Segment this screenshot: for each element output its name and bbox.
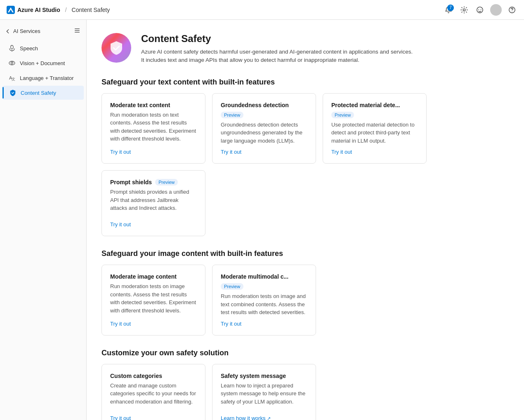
svg-rect-0	[7, 6, 15, 14]
card-description: Learn how to inject a prepared system me…	[221, 382, 307, 411]
groundedness-detection-card: Groundedness detection Preview Groundedn…	[212, 93, 316, 164]
try-it-out-link[interactable]: Try it out	[221, 321, 307, 327]
card-header: Safety system message	[221, 373, 307, 379]
preview-badge: Preview	[221, 283, 243, 290]
svg-rect-8	[75, 28, 80, 29]
card-description: Run moderation tests on text contents. A…	[110, 111, 197, 145]
card-title: Custom categories	[110, 373, 162, 379]
language-icon: A 文	[8, 74, 16, 82]
text-section-title: Safeguard your text content with built-i…	[101, 78, 509, 87]
custom-categories-card: Custom categories Create and manage cust…	[101, 364, 205, 420]
sidebar-header: AI Services	[0, 25, 86, 41]
sidebar-item-vision[interactable]: Vision + Document	[2, 56, 84, 70]
page-title: Content Safety	[141, 33, 413, 45]
svg-rect-9	[75, 30, 80, 31]
svg-point-4	[478, 9, 479, 10]
sidebar-item-label: Vision + Document	[20, 60, 65, 66]
active-indicator	[2, 87, 4, 99]
card-title: Protected material dete...	[331, 102, 400, 108]
page-icon	[101, 33, 131, 63]
card-description: Run moderation tests on image and text c…	[221, 292, 307, 317]
safety-system-message-card: Safety system message Learn how to injec…	[212, 364, 316, 420]
svg-point-14	[11, 62, 13, 64]
breadcrumb-separator: /	[65, 7, 67, 13]
page-title-block: Content Safety Azure AI content safety d…	[141, 33, 413, 65]
preview-badge: Preview	[221, 112, 243, 118]
back-label: AI Services	[13, 28, 40, 34]
custom-cards-grid: Custom categories Create and manage cust…	[101, 364, 509, 420]
sidebar-item-language[interactable]: A 文 Language + Translator	[2, 71, 84, 85]
card-description: Run moderation tests on image contents. …	[110, 282, 197, 317]
learn-how-it-works-link[interactable]: Learn how it works ↗	[221, 415, 307, 420]
try-it-out-link[interactable]: Try it out	[110, 221, 197, 228]
card-title: Moderate multimodal c...	[221, 273, 288, 280]
card-header: Groundedness detection Preview	[221, 102, 307, 118]
card-title: Prompt shields	[110, 179, 152, 185]
try-it-out-link[interactable]: Try it out	[110, 149, 197, 155]
moderate-image-card: Moderate image content Run moderation te…	[101, 265, 205, 336]
try-it-out-link[interactable]: Try it out	[221, 149, 307, 155]
sidebar: AI Services Speech	[0, 20, 87, 420]
sidebar-item-label: Speech	[20, 45, 38, 52]
collapse-icon	[74, 27, 80, 34]
moderate-text-card: Moderate text content Run moderation tes…	[101, 93, 205, 164]
header: Azure AI Studio / Content Safety 7	[0, 0, 524, 20]
gear-icon	[460, 6, 468, 14]
sidebar-collapse-button[interactable]	[73, 26, 81, 36]
card-title: Moderate text content	[110, 102, 170, 108]
svg-rect-11	[11, 45, 13, 49]
page-description: Azure AI content safety detects harmful …	[141, 48, 413, 65]
learn-link-label: Learn how it works	[221, 415, 265, 420]
logo-icon	[7, 6, 15, 14]
preview-badge: Preview	[331, 112, 354, 118]
settings-button[interactable]	[459, 5, 470, 15]
card-description: Groundedness detection detects ungrounde…	[221, 121, 307, 145]
page-header: Content Safety Azure AI content safety d…	[101, 33, 509, 65]
card-title: Safety system message	[221, 373, 286, 379]
svg-point-2	[463, 9, 465, 11]
card-description: Use protected material detection to dete…	[331, 121, 418, 145]
svg-point-7	[512, 11, 512, 12]
try-it-out-link[interactable]: Try it out	[110, 321, 197, 327]
logo-text: Azure AI Studio	[17, 7, 60, 13]
moderate-multimodal-card: Moderate multimodal c... Preview Run mod…	[212, 265, 316, 336]
card-header: Moderate text content	[110, 102, 197, 108]
feedback-button[interactable]	[474, 5, 485, 15]
speech-icon	[8, 45, 16, 52]
card-header: Moderate multimodal c... Preview	[221, 273, 307, 290]
sidebar-item-label: Language + Translator	[20, 75, 73, 81]
help-button[interactable]	[507, 5, 517, 15]
card-header: Protected material dete... Preview	[331, 102, 418, 118]
card-header: Prompt shields Preview	[110, 179, 197, 185]
sidebar-item-speech[interactable]: Speech	[2, 41, 84, 55]
image-section-title: Safeguard your image content with built-…	[101, 249, 509, 258]
shield-icon	[9, 89, 17, 96]
custom-section-title: Customize your own safety solution	[101, 349, 509, 357]
preview-badge: Preview	[155, 179, 178, 185]
question-icon	[508, 6, 516, 14]
avatar[interactable]	[490, 4, 502, 16]
card-header: Moderate image content	[110, 273, 197, 280]
image-cards-grid: Moderate image content Run moderation te…	[101, 265, 509, 336]
card-title: Moderate image content	[110, 273, 177, 280]
card-description: Prompt shields provides a unified API th…	[110, 188, 197, 217]
vision-icon	[8, 59, 16, 67]
external-link-icon: ↗	[267, 416, 271, 420]
card-header: Custom categories	[110, 373, 197, 379]
content-safety-shield-icon	[109, 40, 124, 55]
smiley-icon	[476, 6, 484, 14]
card-description: Create and manage custom categories spec…	[110, 382, 197, 411]
breadcrumb-label: Content Safety	[72, 7, 110, 13]
notification-count: 7	[447, 5, 454, 11]
svg-text:文: 文	[12, 77, 15, 81]
back-to-ai-services-button[interactable]: AI Services	[5, 26, 40, 36]
sidebar-item-label: Content Safety	[21, 90, 56, 96]
protected-material-card: Protected material dete... Preview Use p…	[323, 93, 427, 164]
text-cards-grid: Moderate text content Run moderation tes…	[101, 93, 509, 237]
try-it-out-link[interactable]: Try it out	[331, 149, 418, 155]
sidebar-item-content-safety[interactable]: Content Safety	[2, 86, 84, 100]
app-layout: AI Services Speech	[0, 20, 524, 420]
header-actions: 7	[443, 4, 517, 16]
notification-button[interactable]: 7	[443, 5, 454, 15]
try-it-out-link[interactable]: Try it out	[110, 415, 197, 420]
